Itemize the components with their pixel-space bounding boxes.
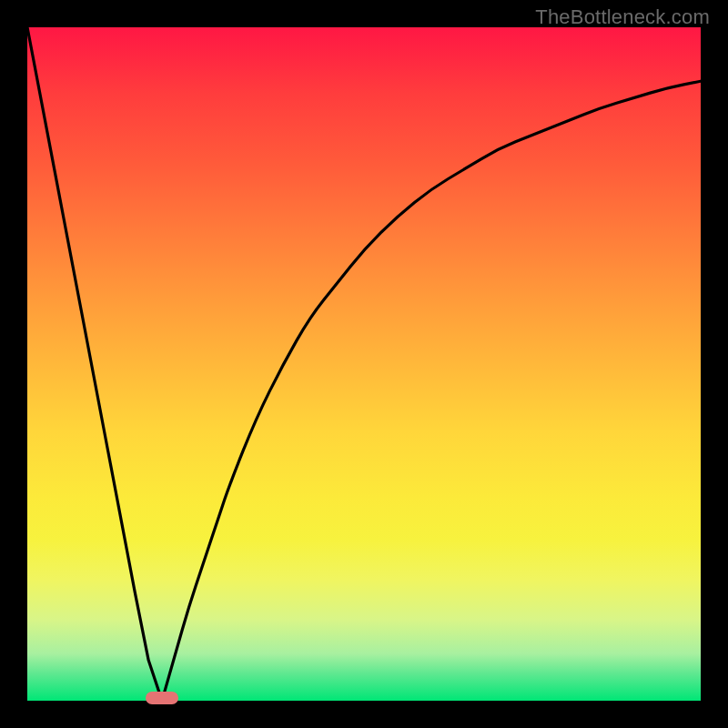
vertex-marker xyxy=(146,692,178,704)
plot-area xyxy=(27,27,701,701)
bottleneck-curve xyxy=(27,27,701,701)
watermark-text: TheBottleneck.com xyxy=(535,5,710,29)
curve-svg xyxy=(27,27,701,701)
chart-container: TheBottleneck.com xyxy=(0,0,728,728)
